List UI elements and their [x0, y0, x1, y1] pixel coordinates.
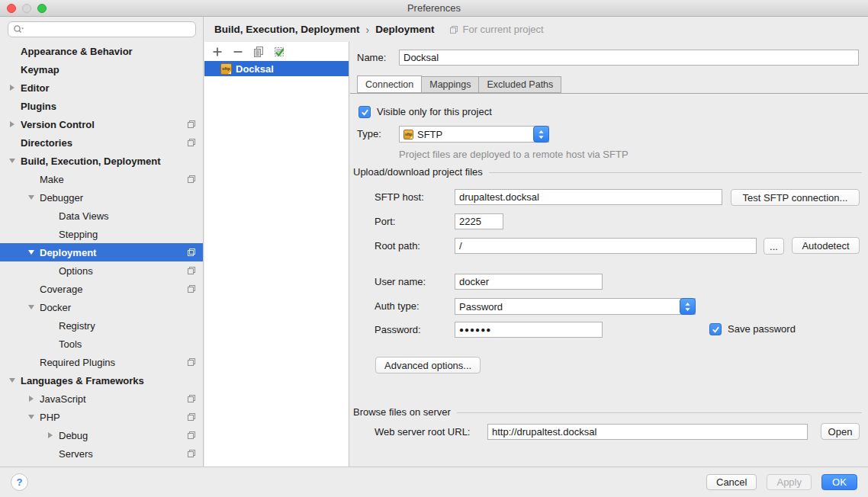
tab-excluded-paths[interactable]: Excluded Paths — [478, 76, 561, 93]
sidebar-item-make[interactable]: Make — [0, 170, 203, 188]
project-level-icon — [187, 175, 196, 184]
sidebar-item-options[interactable]: Options — [0, 261, 203, 280]
sidebar-item-label: Languages & Frameworks — [21, 375, 144, 386]
sidebar-item-label: Appearance & Behavior — [21, 46, 133, 57]
sidebar-item-directories[interactable]: Directories — [0, 133, 203, 152]
sftp-file-icon: sftp — [220, 63, 232, 75]
remove-server-button[interactable] — [232, 46, 244, 58]
title-bar: Preferences — [0, 0, 868, 17]
sidebar-item-registry[interactable]: Registry — [0, 316, 203, 335]
search-options-arrow-icon — [21, 28, 24, 30]
auth-type-dropdown[interactable]: Password — [455, 298, 696, 315]
password-input[interactable] — [455, 322, 603, 338]
name-input[interactable] — [399, 50, 859, 66]
dropdown-stepper-icon — [533, 126, 549, 143]
zoom-button[interactable] — [37, 4, 47, 13]
sidebar-item-version-control[interactable]: Version Control — [0, 115, 203, 133]
sidebar-item-data-views[interactable]: Data Views — [0, 207, 203, 225]
web-root-input[interactable] — [487, 424, 808, 440]
sidebar-item-label: Deployment — [40, 247, 96, 258]
scope-label: For current project — [462, 24, 543, 35]
search-input[interactable] — [24, 24, 191, 35]
server-name: Docksal — [236, 63, 274, 75]
sidebar-item-debugger[interactable]: Debugger — [0, 188, 203, 207]
sidebar-item-appearance-behavior[interactable]: Appearance & Behavior — [0, 42, 203, 60]
sidebar-item-stepping[interactable]: Stepping — [0, 225, 203, 243]
tab-divider — [350, 93, 868, 94]
project-level-icon — [449, 25, 458, 34]
minimize-button[interactable] — [22, 4, 31, 13]
search-icon — [13, 24, 24, 34]
open-url-button[interactable]: Open — [821, 423, 860, 440]
advanced-options-button[interactable]: Advanced options... — [375, 357, 481, 374]
window-title: Preferences — [407, 2, 461, 14]
copy-icon — [252, 46, 265, 58]
close-button[interactable] — [7, 4, 16, 13]
settings-search[interactable] — [8, 21, 196, 37]
tab-connection[interactable]: Connection — [357, 75, 422, 93]
chevron-right-icon — [10, 85, 14, 91]
help-button[interactable]: ? — [11, 473, 28, 491]
sidebar-item-label: PHP — [40, 412, 60, 423]
sidebar-item-languages-frameworks[interactable]: Languages & Frameworks — [0, 371, 203, 390]
sidebar-item-coverage[interactable]: Coverage — [0, 280, 203, 298]
sidebar-item-label: Coverage — [40, 284, 82, 295]
sidebar-item-keymap[interactable]: Keymap — [0, 60, 203, 79]
sidebar-item-label: Plugins — [21, 101, 56, 112]
type-hint: Project files are deployed to a remote h… — [399, 146, 628, 163]
sidebar-item-plugins[interactable]: Plugins — [0, 97, 203, 115]
web-root-label: Web server root URL: — [375, 424, 470, 441]
project-level-icon — [187, 120, 196, 129]
sidebar-item-tools[interactable]: Tools — [0, 335, 203, 353]
sidebar-item-php[interactable]: PHP — [0, 408, 203, 426]
use-as-default-button[interactable] — [273, 46, 285, 58]
sftp-host-input[interactable] — [455, 189, 722, 205]
traffic-lights — [7, 4, 47, 13]
browse-root-path-button[interactable]: ... — [764, 238, 784, 255]
sidebar-item-deployment[interactable]: Deployment — [0, 243, 203, 261]
tab-bar: ConnectionMappingsExcluded Paths — [357, 76, 561, 93]
sidebar-item-editor[interactable]: Editor — [0, 79, 203, 97]
sidebar-item-servers[interactable]: Servers — [0, 444, 203, 463]
sidebar-item-label: Editor — [21, 82, 50, 94]
ok-button[interactable]: OK — [821, 474, 857, 490]
user-name-input[interactable] — [455, 274, 603, 290]
project-level-icon — [187, 449, 196, 458]
sidebar-item-label: Version Control — [21, 119, 95, 130]
sidebar-item-build-execution-deployment[interactable]: Build, Execution, Deployment — [0, 152, 203, 170]
type-dropdown[interactable]: sftp SFTP — [399, 126, 549, 143]
sidebar-item-debug[interactable]: Debug — [0, 426, 203, 444]
apply-button[interactable]: Apply — [767, 474, 812, 490]
remove-icon — [233, 46, 243, 57]
checkmark-icon — [361, 108, 369, 117]
tab-mappings[interactable]: Mappings — [422, 76, 478, 93]
upload-section-header: Upload/download project files — [353, 166, 862, 178]
copy-server-button[interactable] — [252, 46, 265, 58]
user-name-label: User name: — [375, 274, 426, 290]
breadcrumb-parent[interactable]: Build, Execution, Deployment — [214, 24, 360, 35]
dropdown-stepper-icon — [680, 298, 696, 315]
save-password-checkbox[interactable] — [709, 323, 722, 335]
port-label: Port: — [375, 213, 395, 230]
test-sftp-connection-button[interactable]: Test SFTP connection... — [731, 189, 860, 206]
sidebar-item-javascript[interactable]: JavaScript — [0, 390, 203, 408]
breadcrumb-separator: › — [366, 24, 370, 36]
root-path-input[interactable] — [455, 238, 757, 254]
preferences-window: Preferences Appearance & BehaviorKeymapE… — [0, 0, 868, 497]
deployment-settings-panel: Name: ConnectionMappingsExcluded Paths V… — [350, 42, 868, 467]
port-input[interactable] — [455, 213, 503, 229]
chevron-down-icon — [28, 195, 34, 200]
add-server-button[interactable] — [211, 46, 223, 58]
section-rule — [457, 412, 862, 413]
save-password-label: Save password — [728, 321, 796, 338]
server-list-item-docksal[interactable]: sftp Docksal — [204, 61, 349, 76]
password-label: Password: — [375, 322, 421, 338]
sidebar-item-required-plugins[interactable]: Required Plugins — [0, 353, 203, 371]
autodetect-button[interactable]: Autodetect — [792, 237, 860, 254]
footer-buttons: Cancel Apply OK — [706, 474, 857, 490]
sidebar-item-docker[interactable]: Docker — [0, 298, 203, 316]
server-list-toolbar — [204, 42, 349, 61]
breadcrumb-current: Deployment — [375, 24, 434, 35]
cancel-button[interactable]: Cancel — [706, 474, 757, 490]
visible-only-checkbox[interactable] — [358, 106, 371, 118]
